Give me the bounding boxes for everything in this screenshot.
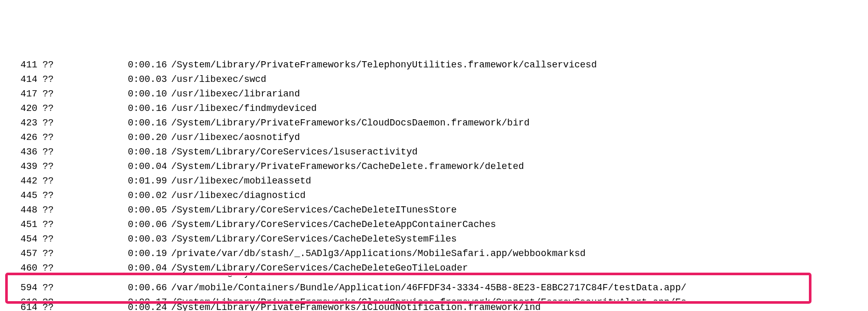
tty-cell: ?? [37,261,105,276]
process-row: 445??0:00.02/usr/libexec/diagnosticd [1,189,868,203]
command-cell: /System/Library/CoreServices/lsuseractiv… [167,145,417,160]
time-cell: 0:00.04 [105,261,167,276]
time-cell: 0:00.02 [105,189,167,203]
time-cell: 0:00.16 [105,116,167,131]
time-cell: 0:00.24 [105,301,167,311]
tty-cell: ?? [37,247,105,261]
pid-cell: 442 [1,174,37,189]
pid-cell: 590 [1,276,37,281]
tty-cell: ?? [37,160,105,174]
command-cell: /System/Library/PrivateFrameworks/Teleph… [167,58,597,73]
process-row: 417??0:00.10/usr/libexec/librariand [1,87,868,102]
time-cell: 0:00.03 [105,73,167,87]
pid-cell: 420 [1,102,37,116]
time-cell: 0:00.20 [105,131,167,145]
time-cell: 0:00.05 [105,203,167,218]
tty-cell: ?? [37,131,105,145]
pid-cell: 454 [1,232,37,247]
time-cell: 0:00.42 [105,276,167,281]
command-cell: /usr/libexec/mobileassetd [167,174,311,189]
command-cell: /usr/libexec/librariand [167,87,300,102]
pid-cell: 436 [1,145,37,160]
tty-cell: ?? [37,116,105,131]
process-row: 436??0:00.18/System/Library/CoreServices… [1,145,868,160]
tty-cell: ?? [37,281,105,295]
time-cell: 0:00.19 [105,247,167,261]
process-row: 454??0:00.03/System/Library/CoreServices… [1,232,868,247]
time-cell: 0:01.99 [105,174,167,189]
time-cell: 0:00.03 [105,232,167,247]
pid-cell: 417 [1,87,37,102]
process-row: 460??0:00.04/System/Library/CoreServices… [1,261,868,276]
command-cell: /System/Library/CoreServices/CacheDelete… [167,232,457,247]
time-cell: 0:00.04 [105,160,167,174]
tty-cell: ?? [37,145,105,160]
process-row: 614??0:00.24/System/Library/PrivateFrame… [1,301,868,311]
pid-cell: 594 [1,281,37,295]
pid-cell: 411 [1,58,37,73]
process-row: 426??0:00.20/usr/libexec/aosnotifyd [1,131,868,145]
process-row: 414??0:00.03/usr/libexec/swcd [1,73,868,87]
tty-cell: ?? [37,295,105,301]
tty-cell: ?? [37,301,105,311]
process-row: 423??0:00.16/System/Library/PrivateFrame… [1,116,868,131]
command-cell: /usr/libexec/diagnosticd [167,189,305,203]
tty-cell: ?? [37,87,105,102]
time-cell: 0:00.16 [105,58,167,73]
time-cell: 0:00.18 [105,145,167,160]
command-cell: /System/Library/PrivateFrameworks/CacheD… [167,160,524,174]
command-cell: sshd: root@ttys000 [167,276,272,281]
pid-cell: 448 [1,203,37,218]
command-cell: /usr/libexec/aosnotifyd [167,131,300,145]
time-cell: 0:00.66 [105,281,167,295]
command-cell: /System/Library/PrivateFrameworks/CloudD… [167,116,529,131]
process-row: 451??0:00.06/System/Library/CoreServices… [1,218,868,232]
pid-cell: 426 [1,131,37,145]
time-cell: 0:00.16 [105,102,167,116]
time-cell: 0:00.10 [105,87,167,102]
tty-cell: ?? [37,218,105,232]
tty-cell: ?? [37,73,105,87]
pid-cell: 439 [1,160,37,174]
process-row: 420??0:00.16/usr/libexec/findmydeviced [1,102,868,116]
pid-cell: 451 [1,218,37,232]
command-cell: /System/Library/CoreServices/CacheDelete… [167,218,496,232]
tty-cell: ?? [37,232,105,247]
tty-cell: ?? [37,189,105,203]
process-row: 590??0:00.42sshd: root@ttys000 [1,276,868,281]
pid-cell: 445 [1,189,37,203]
command-cell: /usr/libexec/findmydeviced [167,102,317,116]
process-row: 448??0:00.05/System/Library/CoreServices… [1,203,868,218]
tty-cell: ?? [37,203,105,218]
process-list-terminal: 411??0:00.16/System/Library/PrivateFrame… [1,58,868,311]
process-row: 411??0:00.16/System/Library/PrivateFrame… [1,58,868,73]
tty-cell: ?? [37,102,105,116]
pid-cell: 414 [1,73,37,87]
process-row: 610??0:00.17/System/Library/PrivateFrame… [1,295,868,301]
tty-cell: ?? [37,174,105,189]
pid-cell: 460 [1,261,37,276]
command-cell: /private/var/db/stash/_.5ADlg3/Applicati… [167,247,585,261]
command-cell: /var/mobile/Containers/Bundle/Applicatio… [167,281,687,295]
pid-cell: 457 [1,247,37,261]
command-cell: /usr/libexec/swcd [167,73,267,87]
time-cell: 0:00.06 [105,218,167,232]
pid-cell: 423 [1,116,37,131]
pid-cell: 614 [1,301,37,311]
time-cell: 0:00.17 [105,295,167,301]
command-cell: /System/Library/PrivateFrameworks/iCloud… [167,301,541,311]
tty-cell: ?? [37,276,105,281]
process-row: 594??0:00.66/var/mobile/Containers/Bundl… [1,281,868,295]
process-row: 442??0:01.99/usr/libexec/mobileassetd [1,174,868,189]
pid-cell: 610 [1,295,37,301]
tty-cell: ?? [37,58,105,73]
process-row: 457??0:00.19/private/var/db/stash/_.5ADl… [1,247,868,261]
command-cell: /System/Library/CoreServices/CacheDelete… [167,261,468,276]
command-cell: /System/Library/CoreServices/CacheDelete… [167,203,457,218]
command-cell: /System/Library/PrivateFrameworks/CloudS… [167,295,687,301]
process-row: 439??0:00.04/System/Library/PrivateFrame… [1,160,868,174]
